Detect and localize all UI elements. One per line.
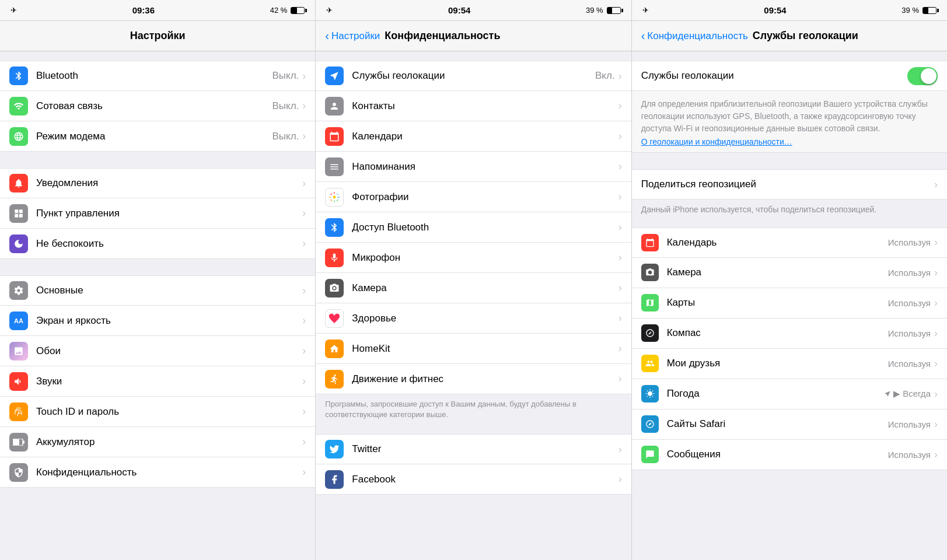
- loc-item-safari[interactable]: Сайты Safari Используя ›: [632, 410, 947, 440]
- location-toggle-row[interactable]: Службы геолокации: [632, 61, 947, 91]
- privacy-item-homekit[interactable]: HomeKit ›: [316, 334, 631, 364]
- homekit-icon: [325, 340, 344, 358]
- share-location-row[interactable]: Поделиться геопозицией ›: [632, 169, 947, 200]
- share-location-chevron: ›: [934, 178, 938, 191]
- time-2: 09:54: [448, 5, 470, 15]
- battery-settings-chevron: ›: [302, 436, 306, 448]
- motion-icon: [325, 370, 344, 388]
- loc-item-camera[interactable]: Камера Используя ›: [632, 258, 947, 288]
- privacy-chevron: ›: [302, 466, 306, 478]
- privacy-list[interactable]: Службы геолокации Вкл. › Контакты ›: [316, 51, 631, 560]
- loc-camera-chevron: ›: [934, 267, 938, 279]
- settings-item-touchid[interactable]: Touch ID и пароль ›: [0, 397, 315, 427]
- health-label: Здоровье: [352, 313, 618, 324]
- settings-item-modem[interactable]: Режим модема Выкл. ›: [0, 121, 315, 152]
- privacy-item-location[interactable]: Службы геолокации Вкл. ›: [316, 61, 631, 91]
- loc-maps-chevron: ›: [934, 297, 938, 309]
- apps-group: Twitter › Facebook ›: [316, 434, 631, 495]
- loc-item-messages[interactable]: Сообщения Используя ›: [632, 440, 947, 470]
- loc-item-weather[interactable]: Погода ▶ Всегда ›: [632, 379, 947, 410]
- svg-rect-11: [337, 199, 338, 201]
- calendars-label: Календари: [352, 131, 618, 142]
- loc-maps-icon: [641, 294, 659, 312]
- loc-item-compass[interactable]: Компас Используя ›: [632, 318, 947, 349]
- sounds-label: Звуки: [36, 376, 302, 387]
- settings-item-display[interactable]: AA Экран и яркость ›: [0, 306, 315, 336]
- svg-rect-8: [330, 193, 332, 195]
- sounds-icon: [9, 372, 28, 391]
- loc-safari-icon: [641, 415, 659, 433]
- settings-item-battery[interactable]: Аккумулятор ›: [0, 427, 315, 457]
- privacy-item-reminders[interactable]: Напоминания ›: [316, 152, 631, 182]
- settings-item-notifications[interactable]: Уведомления ›: [0, 168, 315, 198]
- battery-pct-3: 39 %: [901, 6, 919, 15]
- settings-item-controlcenter[interactable]: Пункт управления ›: [0, 198, 315, 229]
- calendars-icon: [325, 127, 344, 146]
- privacy-item-camera[interactable]: Камера ›: [316, 273, 631, 303]
- battery-icon-3: [922, 7, 936, 14]
- privacy-item-health[interactable]: Здоровье ›: [316, 303, 631, 334]
- notifications-icon: [9, 174, 28, 192]
- privacy-item-bluetooth[interactable]: Доступ Bluetooth ›: [316, 212, 631, 243]
- health-icon: [325, 309, 344, 328]
- privacy-item-twitter[interactable]: Twitter ›: [316, 434, 631, 464]
- settings-item-dnd[interactable]: Не беспокоить ›: [0, 229, 315, 259]
- privacy-item-contacts[interactable]: Контакты ›: [316, 91, 631, 121]
- back-button-privacy[interactable]: ‹ Настройки: [325, 30, 380, 42]
- status-bar: ✈ 09:36 42 % ✈ 09:54 39 % ✈ 09:54 39 %: [0, 0, 947, 21]
- calendars-chevron: ›: [618, 130, 622, 142]
- settings-item-cellular[interactable]: Сотовая связь Выкл. ›: [0, 91, 315, 121]
- section-title-privacy: Конфиденциальность: [385, 30, 500, 42]
- facebook-chevron: ›: [618, 473, 622, 485]
- back-label-location: Конфиденциальность: [647, 30, 747, 42]
- battery-pct-1: 42 %: [270, 6, 288, 15]
- page-title-settings: Настройки: [9, 30, 306, 42]
- settings-item-bluetooth[interactable]: Bluetooth Выкл. ›: [0, 61, 315, 91]
- settings-item-privacy[interactable]: Конфиденциальность ›: [0, 457, 315, 488]
- camera-p-icon: [325, 279, 344, 298]
- section-title-location: Службы геолокации: [753, 30, 858, 42]
- controlcenter-label: Пункт управления: [36, 208, 302, 219]
- status-right-1: 42 %: [270, 6, 305, 15]
- nav-flex-privacy: ‹ Настройки Конфиденциальность: [325, 30, 500, 42]
- privacy-item-motion[interactable]: Движение и фитнес ›: [316, 364, 631, 394]
- location-info-link[interactable]: О геолокации и конфиденциальности…: [641, 137, 938, 146]
- loc-messages-chevron: ›: [934, 449, 938, 461]
- privacy-item-photos[interactable]: Фотографии ›: [316, 182, 631, 212]
- location-chevron-p: ›: [618, 70, 622, 82]
- loc-item-calendar[interactable]: Календарь Используя ›: [632, 228, 947, 258]
- back-label-privacy: Настройки: [331, 30, 380, 42]
- touchid-label: Touch ID и пароль: [36, 406, 302, 418]
- bluetooth-chevron: ›: [302, 70, 306, 82]
- loc-calendar-value: Используя: [888, 237, 931, 247]
- settings-item-general[interactable]: Основные ›: [0, 275, 315, 306]
- privacy-item-microphone[interactable]: Микрофон ›: [316, 243, 631, 273]
- camera-p-chevron: ›: [618, 282, 622, 294]
- back-button-location[interactable]: ‹ Конфиденциальность: [641, 30, 748, 42]
- cellular-icon: [9, 97, 28, 116]
- bluetooth-access-label: Доступ Bluetooth: [352, 222, 618, 233]
- svg-rect-10: [330, 199, 332, 201]
- nav-header-settings: Настройки: [0, 21, 315, 51]
- loc-friends-value: Используя: [888, 359, 931, 369]
- back-chevron-privacy: ‹: [325, 30, 329, 41]
- bluetooth-icon: [9, 66, 28, 85]
- microphone-label: Микрофон: [352, 252, 618, 264]
- loc-maps-value: Используя: [888, 298, 931, 308]
- svg-point-3: [333, 195, 336, 198]
- privacy-item-calendars[interactable]: Календари ›: [316, 121, 631, 152]
- status-panel-1: ✈ 09:36 42 %: [0, 0, 315, 20]
- loc-item-maps[interactable]: Карты Используя ›: [632, 288, 947, 318]
- settings-item-wallpaper[interactable]: Обои ›: [0, 336, 315, 366]
- notifications-label: Уведомления: [36, 177, 302, 189]
- twitter-chevron: ›: [618, 443, 622, 456]
- privacy-item-facebook[interactable]: Facebook ›: [316, 464, 631, 495]
- location-list[interactable]: Службы геолокации Для определения прибли…: [632, 51, 947, 560]
- loc-camera-label: Камера: [667, 267, 888, 278]
- settings-list[interactable]: Bluetooth Выкл. › Сотовая связь Выкл. ›: [0, 51, 315, 560]
- location-toggle[interactable]: [907, 67, 938, 85]
- location-toggle-group: Службы геолокации: [632, 61, 947, 91]
- twitter-label: Twitter: [352, 443, 618, 455]
- settings-item-sounds[interactable]: Звуки ›: [0, 366, 315, 397]
- loc-item-friends[interactable]: Мои друзья Используя ›: [632, 349, 947, 379]
